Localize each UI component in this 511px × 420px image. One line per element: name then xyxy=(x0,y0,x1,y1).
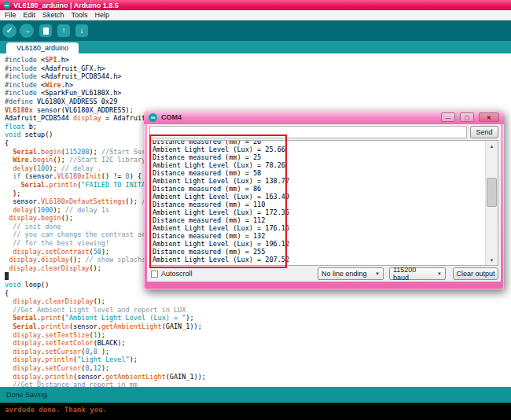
serial-line: Distance measured (mm) = 112 xyxy=(153,216,498,224)
code-line: display.println("Light Level"); xyxy=(5,356,511,364)
window-title: VL6180_arduino | Arduino 1.8.5 xyxy=(13,2,119,9)
menu-file[interactable]: File xyxy=(5,11,17,19)
serial-line: Distance measured (mm) = 132 xyxy=(153,232,498,240)
serial-line: Distance measured (mm) = 255 xyxy=(153,248,498,256)
baud-rate-select[interactable]: 115200 baud ▼ xyxy=(389,267,446,280)
serial-line: Distance measured (mm) = 110 xyxy=(153,201,498,208)
tab-vl6180-arduino[interactable]: VL6180_arduino xyxy=(6,42,79,53)
clear-output-button[interactable]: Clear output xyxy=(453,267,498,280)
serial-line: Distance measured (mm) = 26 xyxy=(153,140,498,146)
serial-line: Distance measured (mm) = 86 xyxy=(153,185,498,193)
upload-icon: → xyxy=(23,27,31,35)
code-line: display.clearDisplay(); xyxy=(5,297,511,306)
minimize-button[interactable]: — xyxy=(441,112,455,122)
serial-line: Ambient Light Level (Lux) = 176.16 xyxy=(153,224,498,232)
scrollbar-thumb[interactable] xyxy=(487,178,497,207)
code-line: #include <Wire.h> xyxy=(5,81,511,90)
serial-bottom-row: Autoscroll No line ending ▼ 115200 baud … xyxy=(149,267,498,280)
toolbar-buttons: ✓→↑↓ xyxy=(2,24,88,38)
status-bar: Done Saving. xyxy=(0,387,511,403)
serial-line: Ambient Light Level (Lux) = 138.77 xyxy=(153,177,498,185)
code-line: display.setTextColor(BLACK); xyxy=(5,339,511,348)
arduino-ide-window: ∞ VL6180_arduino | Arduino 1.8.5 FileEdi… xyxy=(0,0,511,420)
upload-button[interactable]: → xyxy=(20,24,34,38)
scroll-down-icon[interactable]: ▼ xyxy=(486,255,498,265)
new-sketch-button[interactable] xyxy=(39,24,52,37)
serial-input-row: Send xyxy=(149,126,498,138)
code-line: display.println(sensor.getAmbientLight(G… xyxy=(5,373,511,381)
code-line: Serial.print("Ambient Light Level (Lux) … xyxy=(5,314,511,322)
serial-line: Ambient Light Level (Lux) = 196.12 xyxy=(153,240,498,248)
menu-edit[interactable]: Edit xyxy=(24,11,36,19)
serial-monitor-title-bar[interactable]: ∞ COM4 — ▢ ✕ xyxy=(144,110,504,124)
code-line: #include <Adafruit_PCD8544.h> xyxy=(5,72,511,81)
toolbar: ✓→↑↓ xyxy=(0,20,511,41)
serial-output: Distance measured (mm) = 26Ambient Light… xyxy=(149,140,498,266)
code-line: display.setCursor(0,12); xyxy=(5,364,511,373)
send-button[interactable]: Send xyxy=(470,126,498,138)
scroll-up-icon[interactable]: ▲ xyxy=(486,141,498,151)
line-ending-select[interactable]: No line ending ▼ xyxy=(318,267,384,280)
code-line: //Get Distance and report in mm xyxy=(5,381,511,387)
code-line: #include <SparkFun_VL6180X.h> xyxy=(5,89,511,98)
serial-line: Distance measured (mm) = 58 xyxy=(153,169,498,177)
chevron-down-icon: ▼ xyxy=(375,271,380,276)
code-line: { xyxy=(5,289,511,298)
serial-scrollbar[interactable]: ▲ ▼ xyxy=(485,141,498,265)
menu-tools[interactable]: Tools xyxy=(72,11,88,19)
serial-line: Ambient Light Level (Lux) = 207.52 xyxy=(153,256,498,263)
serial-monitor-title: COM4 xyxy=(161,113,436,121)
serial-line: Ambient Light Level (Lux) = 163.49 xyxy=(153,193,498,201)
serial-line: Ambient Light Level (Lux) = 172.36 xyxy=(153,208,498,216)
verify-icon: ✓ xyxy=(6,27,13,35)
open-sketch-icon: ↑ xyxy=(62,27,66,35)
code-line: #include <SPI.h> xyxy=(5,56,511,64)
open-sketch-button[interactable]: ↑ xyxy=(57,24,70,37)
menu-help[interactable]: Help xyxy=(95,11,110,19)
close-button[interactable]: ✕ xyxy=(479,112,499,122)
tab-bar: VL6180_arduino xyxy=(0,41,511,53)
autoscroll-label: Autoscroll xyxy=(161,270,193,278)
title-bar: ∞ VL6180_arduino | Arduino 1.8.5 xyxy=(0,0,511,10)
serial-line: Ambient Light Level (Lux) = 25.66 xyxy=(153,146,498,153)
serial-output-text: Distance measured (mm) = 26Ambient Light… xyxy=(150,140,498,263)
arduino-logo-icon: ∞ xyxy=(3,2,10,9)
code-line: //Get Ambient Light level and report in … xyxy=(5,306,511,315)
chevron-down-icon: ▼ xyxy=(437,271,442,276)
serial-line: Distance measured (mm) = 25 xyxy=(153,153,498,161)
arduino-logo-icon: ∞ xyxy=(149,113,157,122)
save-sketch-icon: ↓ xyxy=(80,27,84,35)
maximize-button[interactable]: ▢ xyxy=(460,112,474,122)
verify-button[interactable]: ✓ xyxy=(2,24,17,38)
menu-bar: FileEditSketchToolsHelp xyxy=(0,10,511,20)
code-line: #include <Adafruit_GFX.h> xyxy=(5,64,511,73)
save-sketch-button[interactable]: ↓ xyxy=(75,24,88,37)
console-text: avrdude done. Thank you. xyxy=(5,406,107,414)
code-line: display.setTextSize(1); xyxy=(5,331,511,340)
code-line: display.setCursor(0,0 ); xyxy=(5,348,511,356)
tab-label: VL6180_arduino xyxy=(17,44,68,52)
new-sketch-icon xyxy=(43,28,49,35)
serial-line: Ambient Light Level (Lux) = 78.26 xyxy=(153,161,498,169)
serial-monitor-body: Send Distance measured (mm) = 26Ambient … xyxy=(147,124,501,282)
console-output: avrdude done. Thank you. xyxy=(0,403,511,420)
autoscroll-checkbox[interactable] xyxy=(151,271,158,278)
serial-monitor-window: ∞ COM4 — ▢ ✕ Send Distance measured (mm)… xyxy=(144,110,504,289)
serial-input[interactable] xyxy=(149,126,467,138)
code-line: #define VL6180X_ADDRESS 0x29 xyxy=(5,98,511,106)
code-line: Serial.println(sensor.getAmbientLight(GA… xyxy=(5,322,511,331)
menu-sketch[interactable]: Sketch xyxy=(42,11,64,19)
status-text: Done Saving. xyxy=(6,391,49,399)
